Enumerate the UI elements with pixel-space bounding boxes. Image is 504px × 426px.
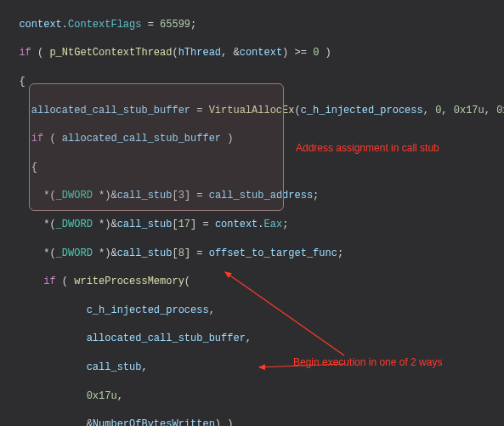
code-line: context.ContextFlags = 65599; [7, 18, 504, 32]
code-line: allocated_call_stub_buffer = VirtualAllo… [7, 104, 504, 118]
code-line: allocated_call_stub_buffer, [7, 332, 504, 346]
code-line: c_h_injected_process, [7, 304, 504, 318]
code-line: 0x17u, [7, 389, 504, 404]
code-line: if ( p_NtGetContextThread(hThread, &cont… [7, 46, 504, 60]
code-line: *(_DWORD *)&call_stub[8] = offset_to_tar… [7, 247, 504, 261]
code-line: &NumberOfBytesWritten) ) [7, 417, 504, 426]
code-line: *(_DWORD *)&call_stub[3] = call_stub_add… [7, 189, 504, 203]
code-line: if ( writeProcessMemory( [7, 275, 504, 289]
annotation-callstub: Address assignment in call stub [296, 141, 439, 156]
code-line: { [7, 75, 504, 89]
code-line: { [7, 161, 504, 175]
annotation-exec: Begin execution in one of 2 ways [293, 355, 442, 370]
code-line: *(_DWORD *)&call_stub[17] = context.Eax; [7, 218, 504, 232]
